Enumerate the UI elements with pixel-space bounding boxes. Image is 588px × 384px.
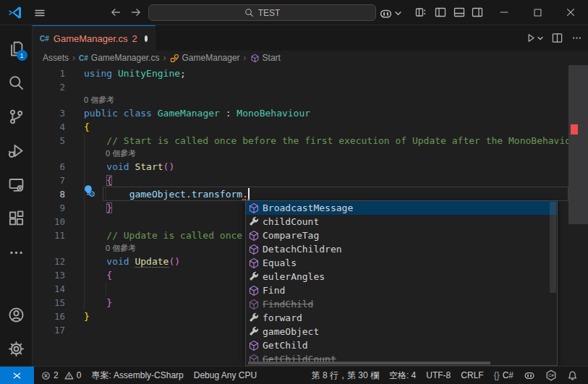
split-editor-button[interactable] — [552, 33, 563, 43]
sidebar-item-search[interactable] — [0, 66, 33, 100]
suggest-item-childCount[interactable]: childCount — [246, 215, 557, 229]
toggle-secondary-sidebar-icon[interactable] — [472, 7, 483, 18]
suggest-item-DetachChildren[interactable]: DetachChildren — [246, 242, 557, 256]
sidebar-item-run-debug[interactable] — [0, 134, 33, 168]
codelens-row[interactable]: 0 個參考 — [33, 94, 568, 106]
suggest-label: eulerAngles — [263, 271, 325, 282]
line-number[interactable]: 11 — [33, 229, 65, 242]
close-button[interactable] — [554, 0, 587, 25]
suggest-item-GetChild[interactable]: GetChild — [246, 338, 557, 352]
suggest-item-forward[interactable]: forward — [246, 311, 557, 325]
line-number[interactable]: 16 — [33, 310, 65, 323]
breadcrumb-file[interactable]: C# GameManager.cs — [79, 53, 160, 63]
language-status[interactable]: {} C# — [490, 370, 518, 380]
code-editor[interactable]: 1using UnityEngine;20 個參考3public class G… — [33, 65, 588, 366]
sidebar-item-remote-explorer[interactable] — [0, 168, 33, 202]
toggle-panel-icon[interactable] — [453, 7, 465, 18]
code-line-5[interactable]: 5 // Start is called once before the fir… — [33, 134, 568, 148]
line-number[interactable]: 8 — [33, 187, 65, 201]
line-number[interactable]: 5 — [33, 134, 65, 148]
line-number[interactable]: 10 — [33, 215, 65, 229]
eol-status[interactable]: CRLF — [456, 370, 487, 380]
breadcrumb-class[interactable]: GameManager — [170, 53, 240, 63]
line-number[interactable]: 4 — [33, 120, 65, 134]
line-number[interactable]: 7 — [33, 174, 65, 187]
line-number[interactable]: 17 — [33, 323, 65, 337]
cursor-position-status[interactable]: 第 8 行，第 30 欄 — [307, 370, 383, 382]
modified-dot-icon[interactable] — [145, 35, 148, 42]
line-number[interactable]: 6 — [33, 160, 65, 174]
build-config-status[interactable]: Debug Any CPU — [189, 370, 261, 380]
scrollbar-thumb[interactable] — [568, 65, 588, 224]
line-number[interactable]: 13 — [33, 268, 65, 282]
indentation-status[interactable]: 空格: 4 — [385, 370, 420, 382]
more-views-button[interactable] — [0, 236, 33, 270]
suggest-item-FindChild[interactable]: FindChild — [246, 297, 557, 311]
back-arrow-icon[interactable] — [110, 7, 123, 20]
code-line-7[interactable]: 7 { — [33, 174, 568, 187]
code-line-2[interactable]: 2 — [33, 80, 568, 94]
suggest-item-gameObject[interactable]: gameObject — [246, 325, 557, 338]
sidebar-item-source-control[interactable] — [0, 100, 33, 134]
line-number[interactable]: 1 — [33, 67, 65, 80]
line-number[interactable]: 12 — [33, 255, 65, 268]
sidebar-item-extensions[interactable] — [0, 202, 33, 236]
codelens-row[interactable]: 0 個參考 — [33, 148, 568, 160]
breadcrumb-assets[interactable]: Assets — [43, 53, 69, 63]
minimize-button[interactable] — [487, 0, 521, 25]
tab-label: GameManager.cs — [54, 33, 128, 44]
tab-bar: C# GameManager.cs 2 — [33, 25, 588, 51]
editor-scrollbar[interactable] — [568, 65, 588, 366]
chevron-right-icon: › — [163, 53, 166, 63]
project-status[interactable]: 專案: Assembly-CSharp — [87, 370, 187, 382]
suggest-item-eulerAngles[interactable]: eulerAngles — [246, 270, 557, 283]
suggest-vertical-scrollbar[interactable] — [550, 202, 556, 293]
problems-status[interactable]: 2 0 — [37, 370, 85, 380]
menu-icon[interactable] — [33, 7, 46, 20]
gear-icon — [8, 341, 25, 357]
encoding-status[interactable]: UTF-8 — [422, 370, 455, 380]
command-center-search[interactable]: TEST — [148, 4, 376, 21]
code-line-8[interactable]: 8 gameObject.transform. — [33, 187, 568, 201]
copilot-button[interactable] — [379, 7, 401, 20]
code-line-6[interactable]: 6 void Start() — [33, 160, 568, 174]
forward-arrow-icon[interactable] — [130, 7, 143, 20]
line-number[interactable]: 2 — [33, 80, 65, 94]
customize-layout-icon[interactable] — [415, 7, 427, 18]
maximize-button[interactable] — [521, 0, 554, 25]
line-number[interactable]: 9 — [33, 201, 65, 215]
warning-count: 0 — [77, 370, 82, 380]
intellisense-popup: BroadcastMessagechildCountCompareTagDeta… — [245, 200, 558, 366]
code-line-4[interactable]: 4{ — [33, 120, 568, 134]
class-symbol-icon — [170, 54, 179, 63]
suggest-horizontal-scrollbar[interactable] — [248, 362, 490, 364]
suggest-item-BroadcastMessage[interactable]: BroadcastMessage — [246, 201, 557, 215]
remote-indicator[interactable] — [0, 367, 34, 384]
sidebar-item-explorer[interactable]: 1 — [0, 32, 33, 66]
copilot-status-button[interactable] — [519, 370, 540, 381]
editor-more-actions-button[interactable] — [571, 33, 582, 43]
tab-gamemanager[interactable]: C# GameManager.cs 2 — [33, 25, 155, 51]
remote-explorer-icon — [8, 176, 25, 193]
csharp-extension-status[interactable]: C# — [541, 370, 561, 381]
toggle-primary-sidebar-icon[interactable] — [435, 7, 446, 18]
breadcrumb-method[interactable]: Start — [250, 53, 281, 63]
suggest-item-Equals[interactable]: Equals — [246, 256, 557, 270]
accounts-button[interactable] — [0, 298, 33, 332]
code-line-1[interactable]: 1using UnityEngine; — [33, 67, 568, 80]
run-button[interactable] — [525, 33, 543, 43]
suggest-item-Find[interactable]: Find — [246, 283, 557, 297]
notifications-button[interactable] — [563, 370, 582, 381]
method-cube-icon — [248, 230, 260, 242]
property-wrench-icon — [248, 312, 260, 324]
lightbulb-ai-icon[interactable] — [82, 184, 95, 197]
line-number[interactable]: 14 — [33, 282, 65, 296]
line-number[interactable]: 3 — [33, 106, 65, 120]
suggest-label: FindChild — [263, 299, 313, 310]
suggest-item-CompareTag[interactable]: CompareTag — [246, 229, 557, 242]
line-number[interactable]: 15 — [33, 296, 65, 310]
settings-button[interactable] — [0, 332, 33, 366]
suggest-label: childCount — [263, 216, 319, 227]
play-icon — [525, 33, 536, 43]
code-line-3[interactable]: 3public class GameManager : MonoBehaviou… — [33, 106, 568, 120]
